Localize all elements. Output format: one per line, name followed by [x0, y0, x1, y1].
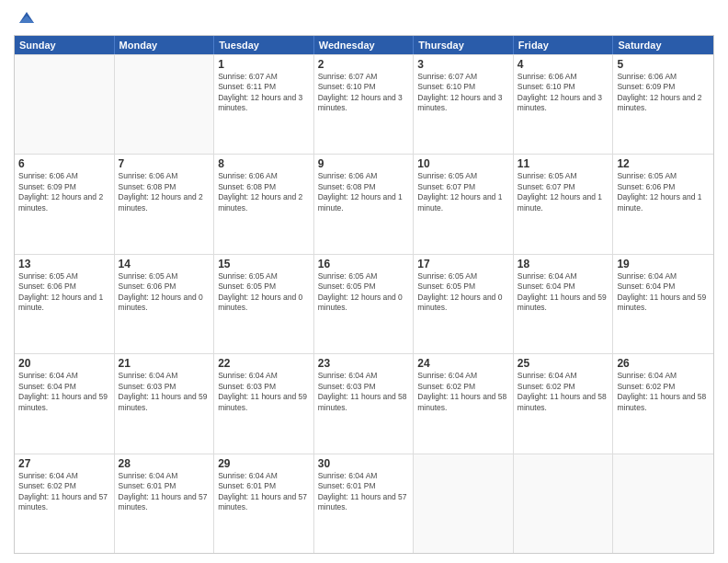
calendar-cell-9: 9Sunrise: 6:06 AM Sunset: 6:08 PM Daylig… [314, 155, 415, 253]
day-number: 17 [417, 258, 509, 270]
day-details: Sunrise: 6:04 AM Sunset: 6:02 PM Dayligh… [18, 471, 110, 513]
day-number: 13 [18, 258, 110, 270]
calendar-cell-10: 10Sunrise: 6:05 AM Sunset: 6:07 PM Dayli… [414, 155, 514, 253]
svg-marker-1 [19, 16, 34, 23]
calendar-cell-2: 2Sunrise: 6:07 AM Sunset: 6:10 PM Daylig… [314, 55, 415, 154]
calendar-cell-15: 15Sunrise: 6:05 AM Sunset: 6:05 PM Dayli… [214, 255, 314, 353]
calendar-cell-4: 4Sunrise: 6:06 AM Sunset: 6:10 PM Daylig… [514, 55, 614, 154]
calendar-cell-empty [15, 55, 115, 154]
day-number: 11 [518, 157, 609, 170]
calendar-cell-30: 30Sunrise: 6:04 AM Sunset: 6:01 PM Dayli… [314, 454, 415, 553]
day-number: 25 [518, 357, 609, 370]
day-number: 27 [18, 457, 110, 470]
day-details: Sunrise: 6:05 AM Sunset: 6:06 PM Dayligh… [617, 171, 710, 213]
calendar-cell-6: 6Sunrise: 6:06 AM Sunset: 6:09 PM Daylig… [15, 155, 115, 253]
calendar-cell-empty [613, 454, 713, 553]
calendar-row-3: 13Sunrise: 6:05 AM Sunset: 6:06 PM Dayli… [15, 254, 713, 353]
calendar-cell-20: 20Sunrise: 6:04 AM Sunset: 6:04 PM Dayli… [15, 354, 115, 453]
day-details: Sunrise: 6:05 AM Sunset: 6:05 PM Dayligh… [218, 271, 310, 314]
day-number: 26 [617, 357, 710, 370]
calendar-row-5: 27Sunrise: 6:04 AM Sunset: 6:02 PM Dayli… [15, 454, 713, 553]
day-details: Sunrise: 6:04 AM Sunset: 6:02 PM Dayligh… [617, 371, 710, 413]
day-details: Sunrise: 6:05 AM Sunset: 6:06 PM Dayligh… [119, 271, 210, 314]
logo-icon [17, 9, 36, 28]
weekday-header-saturday: Saturday [613, 36, 713, 54]
day-number: 22 [218, 357, 310, 370]
calendar-cell-1: 1Sunrise: 6:07 AM Sunset: 6:11 PM Daylig… [214, 55, 314, 154]
day-number: 16 [318, 258, 410, 270]
day-number: 29 [218, 457, 310, 470]
calendar-cell-3: 3Sunrise: 6:07 AM Sunset: 6:10 PM Daylig… [414, 55, 514, 154]
day-details: Sunrise: 6:04 AM Sunset: 6:02 PM Dayligh… [417, 371, 509, 413]
calendar-row-1: 1Sunrise: 6:07 AM Sunset: 6:11 PM Daylig… [15, 54, 713, 154]
day-number: 5 [617, 58, 710, 71]
calendar-cell-24: 24Sunrise: 6:04 AM Sunset: 6:02 PM Dayli… [414, 354, 514, 453]
day-number: 30 [318, 457, 410, 470]
weekday-header-tuesday: Tuesday [214, 36, 314, 54]
weekday-header-sunday: Sunday [15, 36, 115, 54]
calendar-row-4: 20Sunrise: 6:04 AM Sunset: 6:04 PM Dayli… [15, 353, 713, 453]
day-details: Sunrise: 6:04 AM Sunset: 6:03 PM Dayligh… [218, 371, 310, 413]
calendar-cell-23: 23Sunrise: 6:04 AM Sunset: 6:03 PM Dayli… [314, 354, 415, 453]
day-details: Sunrise: 6:04 AM Sunset: 6:02 PM Dayligh… [518, 371, 609, 413]
calendar-cell-28: 28Sunrise: 6:04 AM Sunset: 6:01 PM Dayli… [115, 454, 215, 553]
day-number: 10 [417, 157, 509, 170]
calendar-cell-18: 18Sunrise: 6:04 AM Sunset: 6:04 PM Dayli… [514, 255, 614, 353]
day-details: Sunrise: 6:04 AM Sunset: 6:03 PM Dayligh… [119, 371, 210, 413]
weekday-header-friday: Friday [514, 36, 614, 54]
day-number: 20 [18, 357, 110, 370]
day-number: 14 [119, 258, 210, 270]
calendar-row-2: 6Sunrise: 6:06 AM Sunset: 6:09 PM Daylig… [15, 154, 713, 253]
day-details: Sunrise: 6:04 AM Sunset: 6:01 PM Dayligh… [318, 471, 410, 513]
calendar-cell-19: 19Sunrise: 6:04 AM Sunset: 6:04 PM Dayli… [613, 255, 713, 353]
day-number: 8 [218, 157, 310, 170]
page: SundayMondayTuesdayWednesdayThursdayFrid… [0, 0, 728, 563]
day-number: 23 [318, 357, 410, 370]
day-details: Sunrise: 6:04 AM Sunset: 6:03 PM Dayligh… [318, 371, 410, 413]
day-details: Sunrise: 6:04 AM Sunset: 6:04 PM Dayligh… [617, 271, 710, 314]
logo [14, 9, 36, 28]
calendar-cell-17: 17Sunrise: 6:05 AM Sunset: 6:05 PM Dayli… [414, 255, 514, 353]
calendar-cell-29: 29Sunrise: 6:04 AM Sunset: 6:01 PM Dayli… [214, 454, 314, 553]
day-details: Sunrise: 6:06 AM Sunset: 6:08 PM Dayligh… [318, 171, 410, 213]
calendar-cell-empty [514, 454, 614, 553]
calendar-cell-empty [414, 454, 514, 553]
day-details: Sunrise: 6:06 AM Sunset: 6:08 PM Dayligh… [218, 171, 310, 213]
calendar-cell-12: 12Sunrise: 6:05 AM Sunset: 6:06 PM Dayli… [613, 155, 713, 253]
day-details: Sunrise: 6:07 AM Sunset: 6:11 PM Dayligh… [218, 72, 310, 114]
day-details: Sunrise: 6:07 AM Sunset: 6:10 PM Dayligh… [417, 72, 509, 114]
calendar-cell-empty [115, 55, 215, 154]
calendar-cell-21: 21Sunrise: 6:04 AM Sunset: 6:03 PM Dayli… [115, 354, 215, 453]
day-number: 2 [318, 58, 410, 71]
calendar-cell-5: 5Sunrise: 6:06 AM Sunset: 6:09 PM Daylig… [613, 55, 713, 154]
day-number: 19 [617, 258, 710, 270]
day-number: 3 [417, 58, 509, 71]
day-details: Sunrise: 6:05 AM Sunset: 6:06 PM Dayligh… [18, 271, 110, 314]
day-number: 15 [218, 258, 310, 270]
calendar-cell-26: 26Sunrise: 6:04 AM Sunset: 6:02 PM Dayli… [613, 354, 713, 453]
day-details: Sunrise: 6:06 AM Sunset: 6:10 PM Dayligh… [518, 72, 609, 114]
day-number: 12 [617, 157, 710, 170]
day-details: Sunrise: 6:04 AM Sunset: 6:04 PM Dayligh… [18, 371, 110, 413]
day-details: Sunrise: 6:05 AM Sunset: 6:05 PM Dayligh… [318, 271, 410, 314]
day-details: Sunrise: 6:06 AM Sunset: 6:09 PM Dayligh… [18, 171, 110, 213]
day-details: Sunrise: 6:04 AM Sunset: 6:01 PM Dayligh… [218, 471, 310, 513]
header [14, 9, 714, 28]
day-details: Sunrise: 6:07 AM Sunset: 6:10 PM Dayligh… [318, 72, 410, 114]
calendar: SundayMondayTuesdayWednesdayThursdayFrid… [14, 35, 714, 554]
day-details: Sunrise: 6:05 AM Sunset: 6:05 PM Dayligh… [417, 271, 509, 314]
day-number: 6 [18, 157, 110, 170]
day-details: Sunrise: 6:05 AM Sunset: 6:07 PM Dayligh… [518, 171, 609, 213]
day-number: 18 [518, 258, 609, 270]
calendar-body: 1Sunrise: 6:07 AM Sunset: 6:11 PM Daylig… [15, 54, 713, 553]
calendar-cell-7: 7Sunrise: 6:06 AM Sunset: 6:08 PM Daylig… [115, 155, 215, 253]
weekday-header-thursday: Thursday [414, 36, 514, 54]
day-details: Sunrise: 6:04 AM Sunset: 6:04 PM Dayligh… [518, 271, 609, 314]
calendar-cell-16: 16Sunrise: 6:05 AM Sunset: 6:05 PM Dayli… [314, 255, 415, 353]
day-details: Sunrise: 6:04 AM Sunset: 6:01 PM Dayligh… [119, 471, 210, 513]
day-details: Sunrise: 6:05 AM Sunset: 6:07 PM Dayligh… [417, 171, 509, 213]
day-number: 21 [119, 357, 210, 370]
weekday-header-monday: Monday [115, 36, 215, 54]
calendar-cell-27: 27Sunrise: 6:04 AM Sunset: 6:02 PM Dayli… [15, 454, 115, 553]
calendar-cell-11: 11Sunrise: 6:05 AM Sunset: 6:07 PM Dayli… [514, 155, 614, 253]
